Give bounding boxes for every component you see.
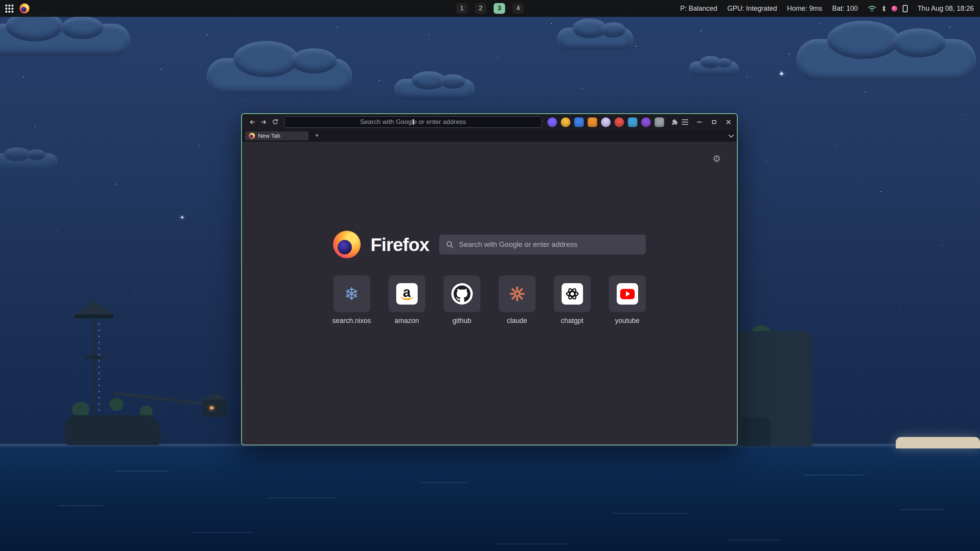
sandbar (896, 437, 980, 448)
minimize-button[interactable] (696, 119, 702, 125)
new-tab-button[interactable]: + (312, 131, 322, 140)
extensions-puzzle-icon[interactable] (669, 117, 679, 127)
home-latency-module[interactable]: Home: 9ms (787, 5, 822, 13)
bluetooth-icon[interactable] (882, 5, 886, 12)
firefox-logo (333, 231, 361, 258)
taskbar: 1 2 3 4 P: Balanced GPU: Integrated Home… (0, 0, 980, 17)
taskbar-left (0, 3, 29, 13)
tile-label: youtube (615, 317, 639, 325)
tab-strip: New Tab + (242, 130, 737, 142)
palm-bush (72, 402, 90, 417)
extension-icon-4[interactable] (588, 117, 597, 127)
wave (421, 482, 467, 483)
wave (900, 509, 946, 510)
watchtower-landing (85, 356, 103, 359)
tile-label: search.nixos (332, 317, 371, 325)
amazon-icon: a (396, 283, 418, 305)
system-tray (868, 5, 908, 12)
wave (498, 543, 567, 544)
color-indicator-icon[interactable] (892, 6, 897, 11)
shortcut-github[interactable]: github (444, 276, 480, 325)
power-profile-module[interactable]: P: Balanced (680, 5, 717, 13)
sparkle-star: ✦ (180, 214, 185, 220)
cloud (0, 24, 130, 56)
tile-label: chatgpt (561, 317, 583, 325)
hut (203, 399, 227, 417)
battery-module[interactable]: Bat: 100 (832, 5, 858, 13)
cloud (207, 58, 352, 95)
reload-button[interactable] (270, 116, 281, 128)
cloud (689, 61, 739, 77)
device-icon[interactable] (903, 5, 908, 12)
amazon-swoosh (400, 295, 413, 300)
tile-card: ❄ (333, 276, 370, 312)
workspace-button-3[interactable]: 3 (494, 3, 505, 14)
cloud (394, 79, 475, 100)
list-all-tabs-chevron-icon[interactable] (728, 132, 734, 137)
tile-card (444, 276, 480, 312)
sparkle-star: ✦ (779, 70, 784, 78)
app-launcher-icon[interactable] (5, 5, 13, 13)
cloud (557, 28, 634, 51)
maximize-button[interactable] (711, 119, 717, 125)
taskbar-right: P: Balanced GPU: Integrated Home: 9ms Ba… (680, 5, 980, 13)
extension-icon-9[interactable] (655, 117, 664, 127)
back-button[interactable] (247, 116, 258, 128)
extension-icon-1[interactable] (547, 117, 557, 127)
tile-card (609, 276, 646, 312)
extension-icon-7[interactable] (628, 117, 637, 127)
shortcut-claude[interactable]: claude (499, 276, 536, 325)
text-caret (413, 119, 414, 125)
firefox-tab-icon (249, 133, 255, 139)
workspace-button-4[interactable]: 4 (513, 3, 524, 14)
tile-label: amazon (394, 317, 419, 325)
nixos-icon: ❄ (344, 285, 359, 303)
browser-toolbar (242, 114, 737, 130)
wifi-icon[interactable] (868, 5, 876, 12)
gpu-module[interactable]: GPU: Integrated (727, 5, 777, 13)
clock-module[interactable]: Thu Aug 08, 18:26 (918, 5, 974, 13)
youtube-icon (617, 283, 638, 305)
shortcut-tiles: ❄ search.nixos a amazon (242, 276, 737, 325)
gear-icon[interactable]: ⚙ (712, 153, 721, 164)
wave (57, 505, 103, 506)
tab-title: New Tab (258, 132, 280, 139)
newtab-search-input[interactable] (439, 235, 646, 254)
newtab-hero: Firefox (242, 231, 737, 258)
firefox-window: New Tab + ⚙ Firefox ❄ search.nixos (241, 113, 738, 445)
extension-icon-8[interactable] (641, 117, 651, 127)
shortcut-amazon[interactable]: a amazon (389, 276, 425, 325)
tab-new-tab[interactable]: New Tab (245, 131, 309, 140)
urlbar[interactable] (284, 116, 542, 128)
cloud (0, 153, 57, 170)
wave (727, 540, 781, 541)
newtab-page: ⚙ Firefox ❄ search.nixos (242, 142, 737, 445)
extension-icon-2[interactable] (561, 117, 570, 127)
island-left (65, 415, 161, 445)
extension-icon-6[interactable] (614, 117, 624, 127)
shortcut-youtube[interactable]: youtube (609, 276, 646, 325)
shortcut-chatgpt[interactable]: chatgpt (554, 276, 591, 325)
newtab-search[interactable] (439, 235, 646, 254)
workspace-button-2[interactable]: 2 (475, 3, 487, 14)
github-icon (451, 283, 473, 305)
claude-icon (508, 285, 526, 303)
tile-card: a (389, 276, 425, 312)
workspace-switcher: 1 2 3 4 (456, 3, 524, 14)
menu-hamburger-icon[interactable] (679, 117, 690, 127)
firefox-launcher-icon[interactable] (20, 3, 29, 13)
island-right-rock (742, 417, 770, 446)
forward-button[interactable] (258, 116, 270, 128)
shortcut-search-nixos[interactable]: ❄ search.nixos (333, 276, 370, 325)
tile-label: claude (507, 317, 527, 325)
close-button[interactable] (725, 119, 732, 125)
hut-window-light (210, 406, 214, 409)
hut-roof (200, 393, 230, 400)
watchtower-rope (99, 323, 100, 430)
firefox-wordmark: Firefox (371, 234, 429, 255)
workspace-button-1[interactable]: 1 (456, 3, 468, 14)
wave (804, 474, 865, 476)
extension-icon-3[interactable] (574, 117, 584, 127)
wave (612, 513, 689, 514)
extension-icon-5[interactable] (601, 117, 611, 127)
